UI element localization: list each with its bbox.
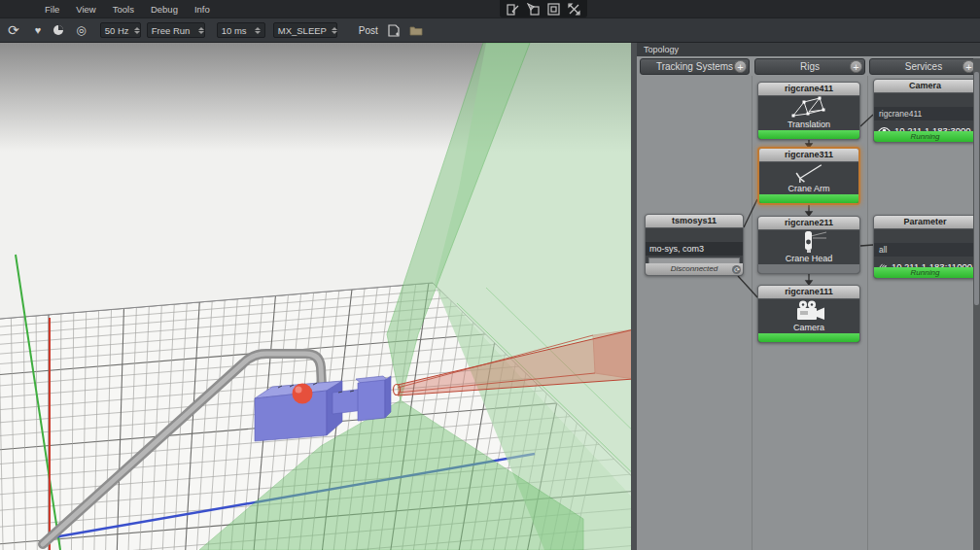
mode-select[interactable]: Free Run bbox=[147, 22, 205, 38]
rate-select[interactable]: 50 Hz bbox=[100, 22, 141, 38]
menu-bar: File View Tools Debug Info bbox=[0, 0, 980, 17]
heart-icon[interactable]: ♥ bbox=[35, 24, 42, 36]
preset-select[interactable]: MX_SLEEP bbox=[273, 22, 337, 38]
protocol-row: mo-sys, com3 bbox=[646, 242, 743, 256]
crane-arm-icon bbox=[788, 162, 830, 184]
panel-scrollbar[interactable] bbox=[973, 58, 980, 550]
status-bar-running bbox=[758, 130, 859, 139]
select-cursor-icon[interactable] bbox=[527, 3, 540, 16]
spinner-icon bbox=[332, 27, 337, 34]
open-folder-icon[interactable] bbox=[409, 25, 423, 36]
window-tool-cluster bbox=[500, 0, 587, 17]
new-document-icon[interactable] bbox=[388, 24, 400, 37]
toolbar: ⟳ ♥ ◎ 50 Hz Free Run 10 ms MX_SLEEP Post bbox=[0, 17, 980, 43]
status-bar-running bbox=[758, 333, 859, 342]
status-bar-running: Running bbox=[874, 267, 976, 278]
rig-node-rigcrane411[interactable]: rigcrane411 Translation bbox=[757, 82, 860, 140]
menu-info[interactable]: Info bbox=[194, 4, 210, 15]
tracking-marker-red bbox=[293, 384, 313, 404]
spinner-icon bbox=[134, 27, 140, 34]
expand-arrows-icon[interactable] bbox=[568, 3, 580, 16]
status-bar-running bbox=[759, 194, 858, 203]
frame-region-icon[interactable] bbox=[547, 3, 560, 16]
refresh-icon[interactable]: ⟳ bbox=[8, 22, 19, 38]
status-bar-running: Running bbox=[874, 131, 976, 142]
scene-canvas bbox=[0, 43, 637, 550]
translation-icon bbox=[788, 96, 830, 120]
interval-select[interactable]: 10 ms bbox=[217, 22, 265, 38]
menu-tools[interactable]: Tools bbox=[113, 4, 134, 15]
edit-document-icon[interactable] bbox=[507, 3, 519, 16]
rig-node-rigcrane211[interactable]: rigcrane211 Crane Head bbox=[757, 216, 860, 274]
crane-head-icon bbox=[788, 230, 830, 254]
service-rig-ref: all bbox=[874, 243, 976, 257]
target-icon[interactable]: ◎ bbox=[76, 23, 86, 37]
menu-file[interactable]: File bbox=[45, 4, 59, 15]
rig-node-rigcrane111[interactable]: rigcrane111 Camera bbox=[757, 285, 860, 343]
menu-view[interactable]: View bbox=[76, 4, 95, 15]
menu-debug[interactable]: Debug bbox=[151, 4, 178, 15]
tracking-node-tsmosys11[interactable]: tsmosys11 mo-sys, com3 Disconnected ⟳ bbox=[645, 214, 744, 276]
rig-node-rigcrane311[interactable]: rigcrane311 Crane Arm bbox=[757, 147, 860, 205]
status-bar-idle bbox=[758, 264, 859, 273]
panel-scrollbar-thumb[interactable] bbox=[974, 72, 979, 305]
camera-icon bbox=[788, 299, 830, 323]
service-rig-ref: rigcrane411 bbox=[874, 107, 976, 120]
service-node-camera[interactable]: Camera rigcrane411 10.211.1.183:3000 Run… bbox=[873, 79, 977, 143]
service-node-parameter[interactable]: Parameter all 10.211.1.183:11000 Running bbox=[873, 215, 977, 279]
reconnect-icon[interactable]: ⟳ bbox=[732, 265, 741, 274]
node-title: tsmosys11 bbox=[646, 215, 743, 228]
viewport-3d[interactable] bbox=[0, 43, 637, 550]
post-toggle[interactable]: Post bbox=[359, 25, 378, 36]
topology-panel: Topology Tracking Systems + Rigs + Servi… bbox=[637, 43, 980, 550]
spinner-icon bbox=[198, 27, 204, 34]
status-bar-disconnected: Disconnected ⟳ bbox=[646, 263, 743, 275]
spinner-icon bbox=[255, 27, 261, 34]
pie-icon[interactable] bbox=[52, 24, 64, 36]
